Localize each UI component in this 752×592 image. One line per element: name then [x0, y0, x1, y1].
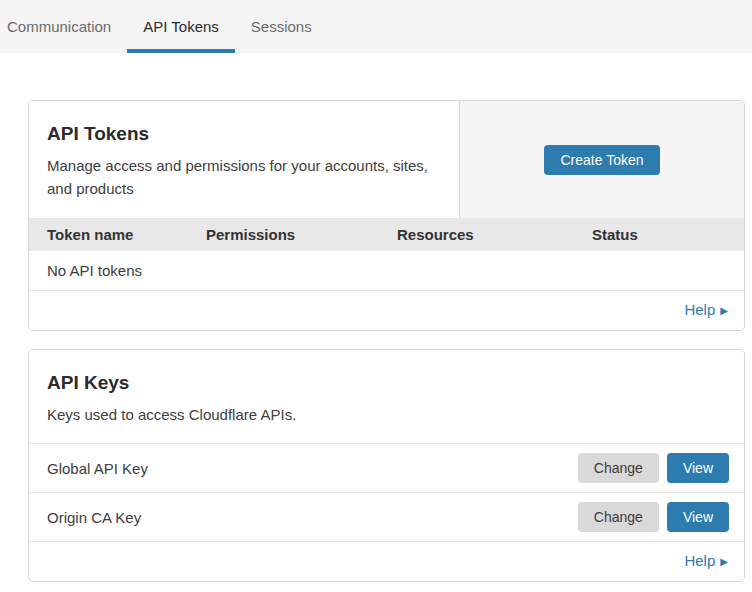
origin-ca-key-row: Origin CA Key Change View — [29, 493, 744, 542]
global-api-key-row: Global API Key Change View — [29, 444, 744, 493]
api-tokens-description: Manage access and permissions for your a… — [47, 154, 432, 200]
api-tokens-title: API Tokens — [47, 123, 441, 145]
main-content: API Tokens Manage access and permissions… — [28, 53, 745, 582]
api-keys-card: API Keys Keys used to access Cloudflare … — [28, 349, 745, 582]
tab-bar: Communication API Tokens Sessions — [0, 0, 752, 53]
triangle-right-icon: ▶ — [720, 305, 728, 316]
change-global-api-key-button[interactable]: Change — [578, 453, 659, 483]
api-tokens-header-text: API Tokens Manage access and permissions… — [29, 101, 460, 218]
create-token-button[interactable]: Create Token — [544, 145, 659, 175]
empty-tokens-row: No API tokens — [29, 251, 744, 291]
global-api-key-actions: Change View — [578, 453, 729, 483]
tab-sessions[interactable]: Sessions — [235, 0, 328, 53]
api-tokens-card-header: API Tokens Manage access and permissions… — [29, 101, 744, 218]
tab-api-tokens[interactable]: API Tokens — [127, 0, 235, 53]
token-table-header: Token name Permissions Resources Status — [29, 218, 744, 251]
api-keys-help-link[interactable]: Help▶ — [684, 552, 728, 569]
help-link-label: Help — [684, 301, 715, 318]
column-header-token-name: Token name — [47, 226, 206, 243]
origin-ca-key-label: Origin CA Key — [47, 509, 141, 526]
view-global-api-key-button[interactable]: View — [667, 453, 729, 483]
api-keys-title: API Keys — [47, 372, 726, 394]
help-link-label: Help — [684, 552, 715, 569]
tab-communication[interactable]: Communication — [0, 0, 127, 53]
api-keys-card-header: API Keys Keys used to access Cloudflare … — [29, 350, 744, 444]
column-header-resources: Resources — [397, 226, 592, 243]
api-keys-description: Keys used to access Cloudflare APIs. — [47, 403, 726, 426]
triangle-right-icon: ▶ — [720, 556, 728, 567]
view-origin-ca-key-button[interactable]: View — [667, 502, 729, 532]
global-api-key-label: Global API Key — [47, 460, 148, 477]
api-keys-card-footer: Help▶ — [29, 542, 744, 581]
api-tokens-action-area: Create Token — [460, 101, 744, 218]
origin-ca-key-actions: Change View — [578, 502, 729, 532]
empty-tokens-message: No API tokens — [47, 262, 142, 279]
change-origin-ca-key-button[interactable]: Change — [578, 502, 659, 532]
column-header-status: Status — [592, 226, 744, 243]
api-tokens-card-footer: Help▶ — [29, 291, 744, 330]
api-tokens-card: API Tokens Manage access and permissions… — [28, 100, 745, 331]
api-tokens-help-link[interactable]: Help▶ — [684, 301, 728, 318]
column-header-permissions: Permissions — [206, 226, 397, 243]
